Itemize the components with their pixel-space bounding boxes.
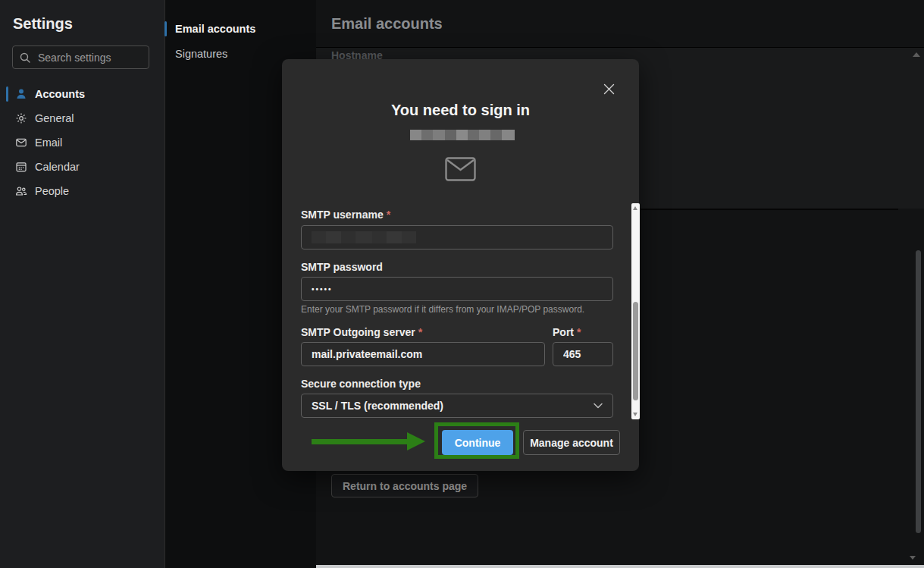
smtp-server-input[interactable] bbox=[301, 342, 545, 366]
dialog-scrollbar-thumb[interactable] bbox=[633, 302, 638, 400]
sidebar-item-calendar[interactable]: Calendar bbox=[0, 155, 164, 179]
sidebar-nav: Accounts General Email Calendar bbox=[0, 82, 164, 203]
envelope-icon bbox=[15, 137, 27, 149]
scrollbar-down-icon[interactable] bbox=[910, 556, 916, 560]
redacted-email-address bbox=[410, 130, 515, 140]
active-indicator-bar bbox=[164, 21, 167, 36]
port-field[interactable] bbox=[563, 348, 603, 360]
page-title: Email accounts bbox=[331, 15, 443, 33]
chevron-down-icon bbox=[594, 403, 603, 409]
port-label: Port* bbox=[553, 326, 581, 338]
return-to-accounts-button[interactable]: Return to accounts page bbox=[331, 474, 478, 497]
sidebar-item-people[interactable]: People bbox=[0, 179, 164, 203]
people-icon bbox=[15, 185, 27, 197]
smtp-server-field[interactable] bbox=[312, 348, 534, 360]
required-asterisk: * bbox=[387, 209, 390, 221]
search-input[interactable] bbox=[36, 51, 143, 64]
settings-window: Email accounts Hostname Return to accoun… bbox=[0, 0, 924, 568]
sidebar-item-email[interactable]: Email bbox=[0, 130, 164, 155]
person-icon bbox=[15, 88, 27, 100]
search-icon bbox=[19, 52, 31, 64]
secure-connection-select[interactable]: SSL / TLS (recommended) bbox=[301, 394, 613, 418]
dialog-title: You need to sign in bbox=[282, 102, 639, 119]
sidebar-item-label: People bbox=[35, 185, 69, 197]
required-asterisk: * bbox=[418, 326, 422, 338]
smtp-password-input[interactable] bbox=[301, 277, 613, 301]
smtp-password-label: SMTP password bbox=[301, 261, 383, 273]
selected-option: SSL / TLS (recommended) bbox=[312, 400, 443, 412]
secure-connection-label: Secure connection type bbox=[301, 378, 421, 390]
password-helper-text: Enter your SMTP password if it differs f… bbox=[301, 304, 584, 315]
redacted-username-value bbox=[312, 231, 416, 243]
scrollbar-down-icon[interactable] bbox=[633, 413, 637, 416]
subnav-item-email-accounts[interactable]: Email accounts bbox=[165, 18, 316, 39]
smtp-password-field[interactable] bbox=[312, 285, 603, 293]
sign-in-dialog: You need to sign in SMTP username* SMTP … bbox=[282, 59, 639, 471]
scrollbar-up-icon[interactable] bbox=[913, 52, 920, 57]
sidebar-item-label: Calendar bbox=[35, 161, 80, 173]
continue-button[interactable]: Continue bbox=[442, 430, 513, 455]
active-indicator-bar bbox=[6, 86, 8, 102]
search-settings-box[interactable] bbox=[12, 46, 149, 69]
vertical-scrollbar-thumb[interactable] bbox=[916, 250, 921, 533]
settings-sidebar: Settings Accounts General bbox=[0, 0, 165, 568]
port-input[interactable] bbox=[553, 342, 613, 366]
dialog-scrollbar[interactable] bbox=[631, 203, 640, 419]
required-asterisk: * bbox=[577, 326, 581, 338]
smtp-username-label: SMTP username* bbox=[301, 209, 390, 221]
sidebar-item-accounts[interactable]: Accounts bbox=[0, 82, 164, 106]
subnav-item-label: Email accounts bbox=[175, 23, 255, 35]
horizontal-scrollbar[interactable] bbox=[316, 565, 924, 568]
sidebar-item-general[interactable]: General bbox=[0, 106, 164, 130]
calendar-icon bbox=[15, 161, 27, 173]
sidebar-title: Settings bbox=[13, 15, 73, 33]
subnav-item-label: Signatures bbox=[175, 48, 227, 60]
sidebar-item-label: Accounts bbox=[35, 88, 85, 100]
close-icon[interactable] bbox=[600, 80, 618, 98]
gear-icon bbox=[15, 112, 27, 124]
sidebar-item-label: Email bbox=[35, 137, 62, 149]
manage-account-button[interactable]: Manage account bbox=[523, 430, 620, 455]
scrollbar-up-icon[interactable] bbox=[633, 206, 637, 210]
mail-account-icon bbox=[445, 157, 476, 181]
smtp-username-input[interactable] bbox=[301, 225, 613, 249]
table-row-divider bbox=[639, 209, 898, 210]
smtp-server-label: SMTP Outgoing server* bbox=[301, 326, 422, 338]
sidebar-item-label: General bbox=[35, 112, 74, 124]
